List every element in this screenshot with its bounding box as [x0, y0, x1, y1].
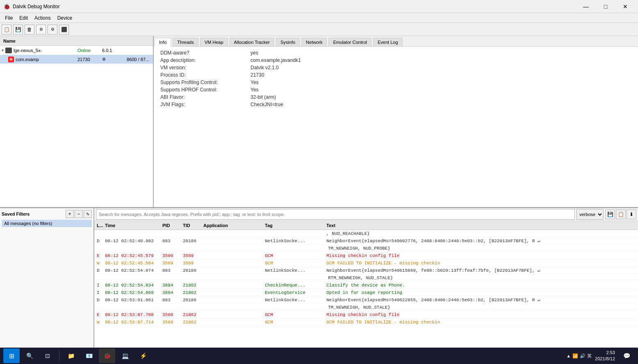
info-row-7: ABI Flavor: 32-bit (arm) [160, 94, 631, 100]
log-tag-1: NetlinkSocke... [263, 239, 325, 243]
close-button[interactable]: ✕ [616, 1, 635, 12]
sys-tray: ▲ 📶 🔊 英 [566, 353, 592, 359]
log-row-2: E 08-12 02:52:45.579 3569 3569 GCM Missi… [94, 252, 638, 259]
time-block[interactable]: 2:53 2021/8/12 [595, 350, 615, 362]
logcat-search-input[interactable] [96, 209, 575, 220]
tab-vmheap[interactable]: VM Heap [200, 38, 228, 46]
saved-filters-panel: Saved Filters + − ✎ All messages (no fil… [0, 208, 94, 348]
app-debug-2: ⚙ [100, 57, 125, 61]
filter-buttons: + − ✎ [66, 210, 92, 218]
log-time-5: 08-12 02:52:54.834 [103, 283, 161, 288]
remove-filter-button[interactable]: − [75, 210, 83, 218]
add-filter-button[interactable]: + [66, 210, 74, 218]
taskbar-right: ▲ 📶 🔊 英 2:53 2021/8/12 💬 [566, 348, 635, 363]
log-time-3: 08-12 02:52:45.584 [103, 261, 161, 266]
tab-threads[interactable]: Threads [173, 38, 198, 46]
info-label-8: JVM Flags: [160, 102, 251, 107]
top-section: Name ▾ lge-nexus_5x- Online 6.0.1 [0, 36, 638, 208]
minimize-button[interactable]: — [576, 1, 595, 12]
filter-item-all[interactable]: All messages (no filters) [2, 220, 92, 227]
log-text-0: , NUD_REACHABLE} [325, 231, 637, 236]
expand-arrow-1[interactable]: ▾ [2, 48, 4, 52]
tab-network[interactable]: Network [301, 38, 327, 46]
logcat-scroll-button[interactable]: ⬇ [627, 209, 636, 219]
tab-emulator[interactable]: Emulator Control [328, 38, 371, 46]
toolbar-btn-2[interactable]: 💾 [13, 25, 23, 34]
log-tag-3: GCM [263, 261, 325, 266]
device-table: ▾ lge-nexus_5x- Online 6.0.1 ✱ com.examp [0, 46, 153, 207]
device-version-1: 6.0.1 [100, 48, 125, 53]
tabs-bar: Info Threads VM Heap Allocation Tracker … [154, 36, 638, 47]
log-pid-2: 3569 [161, 253, 181, 258]
info-content: DDM-aware? yes App description: com.exam… [154, 47, 638, 207]
maximize-button[interactable]: □ [596, 1, 615, 12]
menu-edit[interactable]: Edit [16, 14, 31, 22]
menu-file[interactable]: File [2, 14, 16, 22]
bottom-section: Saved Filters + − ✎ All messages (no fil… [0, 208, 638, 348]
info-row-6: Supports HPROF Control: Yes [160, 87, 631, 93]
log-level-8: E [95, 312, 103, 317]
toolbar-btn-5[interactable]: ⚙ [48, 25, 57, 34]
mail-button[interactable]: 📧 [81, 348, 97, 363]
saved-filters-header: Saved Filters + − ✎ [2, 210, 92, 218]
tab-sysinfo[interactable]: Sysinfo [276, 38, 300, 46]
log-row-6: I 08-12 02:52:54.869 3884 21802 EventLog… [94, 289, 638, 296]
log-tag-7: NetlinkSocke... [263, 298, 325, 303]
log-text-4: NeighborEvent{elapsedMs=540615869, fe80:… [325, 268, 637, 273]
power-button[interactable]: ⚡ [135, 348, 151, 363]
verbose-select[interactable]: verbose debug info warn error assert [576, 209, 604, 220]
terminal-button[interactable]: 💻 [117, 348, 133, 363]
device-name-cell-2: ✱ com.examp [0, 57, 76, 62]
log-row-1b: TM_NEWNEIGH, NUD_PROBE} [94, 245, 638, 252]
log-pid-3: 3569 [161, 261, 181, 266]
file-explorer-button[interactable]: 📁 [63, 348, 79, 363]
tab-allocation[interactable]: Allocation Tracker [230, 38, 274, 46]
info-value-3: Dalvik v2.1.0 [251, 65, 279, 71]
toolbar-stop[interactable]: ⬛ [59, 25, 69, 34]
log-row-5: I 08-12 02:52:54.834 3884 21802 CheckinR… [94, 282, 638, 289]
info-value-2: com.example.javandk1 [251, 57, 301, 63]
notification-button[interactable]: 💬 [618, 348, 635, 363]
taskview-button[interactable]: ⊡ [39, 348, 56, 363]
logcat-clear-button[interactable]: 📋 [616, 209, 626, 219]
log-pid-6: 3884 [161, 290, 181, 295]
logcat-save-button[interactable]: 💾 [605, 209, 615, 219]
toolbar: 📋 💾 🗑 ⚙ ⚙ ⬛ [0, 23, 638, 36]
app-icon-2: ✱ [8, 57, 14, 62]
toolbar-btn-1[interactable]: 📋 [2, 25, 11, 34]
col-text: Text [325, 223, 637, 228]
menu-device[interactable]: Device [54, 14, 75, 22]
log-tid-5: 21802 [181, 283, 202, 288]
info-row-8: JVM Flags: CheckJNI=true [160, 102, 631, 107]
log-tid-2: 3569 [181, 253, 202, 258]
device-row-2[interactable]: ✱ com.examp 21730 ⚙ 8600 / 87... [0, 55, 153, 64]
info-label-4: Process ID: [160, 72, 251, 78]
tab-info[interactable]: Info [155, 38, 171, 47]
log-pid-9: 3569 [161, 320, 181, 325]
toolbar-btn-4[interactable]: ⚙ [36, 25, 46, 34]
log-text-5: Classify the device as Phone. [325, 283, 637, 288]
start-button[interactable]: ⊞ [3, 348, 20, 363]
log-row-8: E 08-12 02:53:07.708 3569 21862 GCM Miss… [94, 311, 638, 318]
tray-network-icon: 📶 [572, 353, 578, 359]
log-time-1: 08-12 02:52:40.982 [103, 239, 161, 243]
info-row-5: Supports Profiling Control: Yes [160, 80, 631, 85]
toolbar-btn-3[interactable]: 🗑 [25, 25, 34, 34]
info-value-4: 21730 [251, 72, 264, 78]
col-tag: Tag [263, 223, 325, 228]
search-button[interactable]: 🔍 [21, 348, 38, 363]
log-content[interactable]: , NUD_REACHABLE} D 08-12 02:52:40.982 88… [94, 230, 638, 348]
device-header: Name [0, 36, 153, 46]
info-panel: Info Threads VM Heap Allocation Tracker … [154, 36, 638, 207]
log-text-1b: TM_NEWNEIGH, NUD_PROBE} [325, 246, 637, 251]
log-tag-5: CheckinReque... [263, 283, 325, 288]
tab-eventlog[interactable]: Event Log [373, 38, 403, 46]
tray-lang: 英 [587, 353, 592, 359]
app-port-2: 8600 / 87... [125, 57, 153, 62]
log-row-4b: RTM_NEWNEIGH, NUD_STALE} [94, 274, 638, 282]
menu-actions[interactable]: Actions [31, 14, 54, 22]
tray-speaker-icon: 🔊 [580, 353, 586, 359]
ddm-app-button[interactable]: 🐞 [99, 348, 115, 363]
edit-filter-button[interactable]: ✎ [84, 210, 92, 218]
info-value-6: Yes [251, 87, 259, 93]
